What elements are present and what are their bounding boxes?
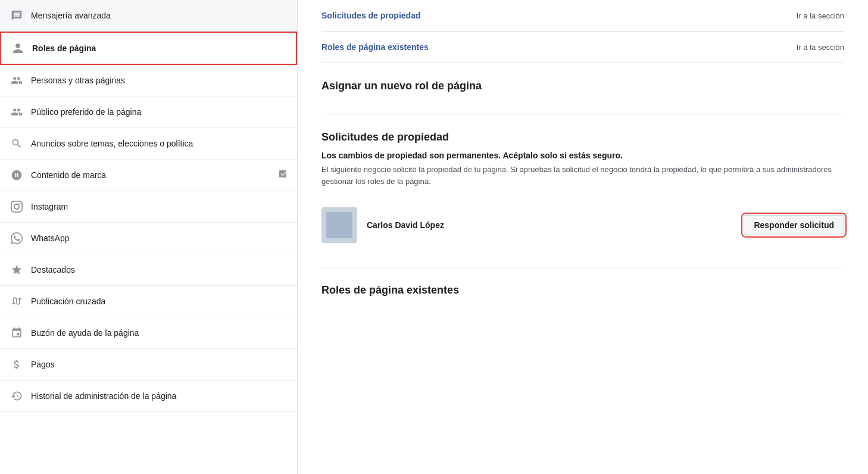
sidebar-item-instagram-label: Instagram [31, 202, 288, 211]
link-roles-existentes-action[interactable]: Ir a la sección [797, 43, 844, 52]
sidebar-item-pagos[interactable]: Pagos [0, 349, 297, 381]
person-icon [11, 41, 25, 55]
star-icon [10, 263, 24, 277]
assign-new-role-section: Asignar un nuevo rol de página [321, 63, 844, 114]
existing-roles-title: Roles de página existentes [321, 284, 844, 297]
sidebar-item-whatsapp[interactable]: WhatsApp [0, 223, 297, 254]
sidebar-item-buzon[interactable]: Buzón de ayuda de la página [0, 317, 297, 349]
sidebar-item-publico-label: Público preferido de la página [31, 107, 288, 117]
sidebar-item-contenido[interactable]: Contenido de marca [0, 160, 297, 191]
sidebar-item-personas[interactable]: Personas y otras páginas [0, 65, 297, 96]
sidebar-item-pagos-label: Pagos [31, 360, 288, 369]
sidebar: Mensajería avanzada Roles de página Pers… [0, 0, 298, 474]
dollar-icon [10, 357, 24, 372]
sidebar-item-buzon-label: Buzón de ayuda de la página [31, 328, 288, 338]
ownership-description: El siguiente negocio solicitó la propied… [321, 164, 844, 187]
existing-roles-section: Roles de página existentes [321, 267, 844, 318]
sidebar-item-anuncios[interactable]: Anuncios sobre temas, elecciones o polít… [0, 128, 297, 160]
instagram-icon [10, 199, 24, 214]
external-icon [278, 169, 288, 181]
sidebar-item-publicacion-label: Publicación cruzada [31, 297, 288, 306]
wrench-icon [10, 136, 24, 151]
sidebar-item-contenido-label: Contenido de marca [31, 170, 278, 180]
link-solicitudes-title[interactable]: Solicitudes de propiedad [321, 11, 420, 20]
sidebar-item-anuncios-label: Anuncios sobre temas, elecciones o polít… [31, 139, 288, 148]
sidebar-item-historial[interactable]: Historial de administración de la página [0, 381, 297, 412]
ownership-section: Solicitudes de propiedad Los cambios de … [321, 114, 844, 267]
target-icon [10, 105, 24, 119]
requester-name: Carlos David López [367, 220, 744, 230]
main-content: Solicitudes de propiedad Ir a la sección… [298, 0, 868, 474]
link-solicitudes-action[interactable]: Ir a la sección [797, 11, 844, 20]
sidebar-item-destacados-label: Destacados [31, 265, 288, 275]
sidebar-item-mensajeria-label: Mensajería avanzada [31, 11, 288, 20]
inbox-icon [10, 326, 24, 340]
sidebar-item-roles-label: Roles de página [32, 43, 286, 53]
ownership-section-title: Solicitudes de propiedad [321, 131, 844, 144]
ownership-warning: Los cambios de propiedad son permanentes… [321, 151, 844, 160]
people-icon [10, 73, 24, 88]
requester-avatar [321, 207, 357, 243]
link-row-roles-existentes: Roles de página existentes Ir a la secci… [321, 32, 844, 63]
tag-icon [10, 168, 24, 182]
sidebar-item-roles[interactable]: Roles de página [0, 32, 297, 65]
sidebar-item-mensajeria[interactable]: Mensajería avanzada [0, 0, 297, 32]
history-icon [10, 389, 24, 403]
assign-section-title: Asignar un nuevo rol de página [321, 80, 844, 92]
respond-solicitud-button[interactable]: Responder solicitud [744, 215, 844, 235]
link-roles-existentes-title[interactable]: Roles de página existentes [321, 42, 429, 52]
request-row: Carlos David López Responder solicitud [321, 198, 844, 252]
sidebar-item-destacados[interactable]: Destacados [0, 254, 297, 286]
sidebar-item-whatsapp-label: WhatsApp [31, 233, 288, 243]
whatsapp-icon [10, 231, 24, 245]
sidebar-item-historial-label: Historial de administración de la página [31, 391, 288, 401]
sidebar-item-publico[interactable]: Público preferido de la página [0, 96, 297, 128]
crosspost-icon [10, 294, 24, 308]
sidebar-item-publicacion[interactable]: Publicación cruzada [0, 286, 297, 317]
link-row-solicitudes: Solicitudes de propiedad Ir a la sección [321, 0, 844, 32]
message-icon [10, 8, 24, 23]
sidebar-item-personas-label: Personas y otras páginas [31, 76, 288, 85]
sidebar-item-instagram[interactable]: Instagram [0, 191, 297, 223]
